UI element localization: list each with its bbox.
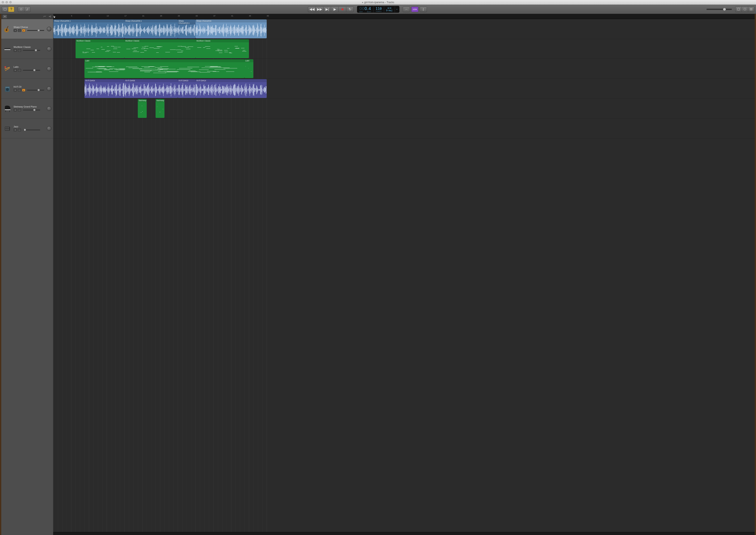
track-header[interactable]: Wurlitzer Classic ✕ 🎧 [1,39,53,59]
pan-knob[interactable] [47,126,51,131]
solo-button[interactable]: 🎧 [18,69,21,72]
main-toolbar: ? ◀◀ ▶▶ ▶| ▶ ↻ 000.4 BAR BEAT 110 [0,5,756,14]
region-label: Sharp Chorus#16 [196,19,267,22]
lcd-key[interactable]: D♭maj [386,9,393,12]
catch-playhead-icon[interactable] [48,14,52,18]
solo-button[interactable]: 🎧 [18,29,21,32]
library-button[interactable] [2,7,8,12]
lcd-position: 0.4 [365,6,371,11]
mute-button[interactable]: ✕ [14,109,17,112]
solo-button[interactable]: 🎧 [18,49,21,52]
region[interactable]: Latin [244,59,253,78]
horizontal-scrollbar[interactable] [53,532,755,535]
track-name-label: Sharp Chorus [14,26,44,28]
track-volume-slider[interactable] [27,30,44,31]
mute-button[interactable]: ✕ [14,128,17,131]
region[interactable]: Wurlitzer Classic [196,39,249,58]
record-button[interactable] [338,7,346,12]
lcd-tempo[interactable]: 110 [376,7,382,11]
track-header[interactable]: Hi-Fi DI ✕ 🎧 ● [1,79,53,99]
volume-thumb[interactable] [24,129,26,131]
minimize-window-button[interactable] [6,1,8,3]
region[interactable]: Hi-Fi DI#04 [84,79,125,98]
stop-button[interactable]: ▶| [323,7,331,12]
track-lane[interactable]: Hi-Fi DI#04Hi-Fi DI#08Hi-Fi DI#10Hi-Fi D… [53,79,755,99]
track-volume-slider[interactable] [23,50,40,51]
record-enable-button[interactable]: ● [22,29,25,32]
track-lanes[interactable]: Sharp Chorus#06.1Sharp Chorus#09.1Sharp … [53,19,755,532]
track-lane[interactable]: Sharp Chorus#06.1Sharp Chorus#09.1Sharp … [53,19,755,39]
track-header[interactable]: Latin ✕ 🎧 [1,59,53,79]
region[interactable]: Steinway [138,99,147,118]
volume-thumb[interactable] [35,49,37,51]
mute-button[interactable]: ✕ [14,69,17,72]
track-volume-slider[interactable] [23,110,40,110]
region[interactable]: Hi-Fi DI#14 [196,79,267,98]
svg-rect-28 [5,129,6,130]
volume-thumb[interactable] [38,29,40,32]
editors-button[interactable] [24,7,31,12]
mute-button[interactable]: ✕ [14,89,17,92]
pan-knob[interactable] [47,46,51,51]
track-header[interactable]: Jazz ✕ 🎧 [1,119,53,138]
master-volume-slider[interactable] [707,9,732,10]
region[interactable]: Steinway [155,99,164,118]
bar-ruler[interactable]: 15913172125293337414549 [53,14,755,19]
region[interactable]: Sharp Chorus#06.1 [53,19,125,38]
add-track-button[interactable]: + [3,14,7,18]
mute-button[interactable]: ✕ [14,49,17,52]
cycle-button[interactable]: ↻ [346,7,354,12]
region[interactable]: Latin [84,59,244,78]
pan-knob[interactable] [47,86,51,91]
lcd-timesig[interactable]: 4/4 [387,7,391,9]
loop-browser-button[interactable] [742,7,748,12]
region[interactable]: Wurlitzer Classic [125,39,196,58]
solo-button[interactable]: 🎧 [18,128,21,131]
volume-thumb[interactable] [38,89,40,91]
region[interactable]: Hi-Fi DI#08 [125,79,178,98]
volume-thumb[interactable] [33,69,36,71]
track-lane[interactable] [53,119,755,138]
region[interactable]: Sharp Chorus#09.1 [125,19,178,38]
master-volume-thumb[interactable] [723,8,726,11]
waveform-icon [196,22,267,38]
region[interactable]: Wurlitzer Classic [75,39,125,58]
automation-toggle-icon[interactable] [42,14,47,18]
track-lane[interactable]: LatinLatin [53,59,755,79]
lcd-menu-chevron-icon[interactable]: ▾ [395,6,399,13]
play-button[interactable]: ▶ [331,7,338,12]
pan-knob[interactable] [47,106,51,111]
lcd-display[interactable]: 000.4 BAR BEAT 110 TEMPO 4/4 D♭maj ▾ [357,6,399,13]
record-enable-button[interactable]: ● [22,89,25,92]
volume-thumb[interactable] [33,109,36,111]
zoom-window-button[interactable] [9,1,12,3]
track-lane[interactable]: Wurlitzer ClassicWurlitzer ClassicWurlit… [53,39,755,59]
track-volume-slider[interactable] [27,90,44,91]
mute-button[interactable]: ✕ [14,29,17,32]
region[interactable]: Sharp Chorus#13.1 [178,19,196,38]
pan-knob[interactable] [47,27,51,31]
track-volume-slider[interactable] [23,129,40,130]
smart-controls-button[interactable] [18,7,24,12]
region[interactable]: Sharp Chorus#16 [196,19,267,38]
track-header[interactable]: Sharp Chorus ✕ 🎧 ● [1,19,53,39]
track-lane[interactable]: SteinwaySteinway [53,99,755,119]
track-header[interactable]: Steinway Grand Piano ✕ 🎧 [1,99,53,119]
tuner-button[interactable] [403,7,410,12]
quick-help-button[interactable]: ? [8,7,14,12]
close-window-button[interactable] [2,1,4,3]
pan-knob[interactable] [47,67,51,71]
svg-rect-31 [9,129,9,130]
count-in-button[interactable]: 1234 [411,7,418,12]
solo-button[interactable]: 🎧 [18,109,21,112]
media-browser-button[interactable] [748,7,754,12]
solo-button[interactable]: 🎧 [18,89,21,92]
svg-line-13 [10,50,10,52]
region[interactable]: Hi-Fi DI#10 [178,79,196,98]
forward-button[interactable]: ▶▶ [316,7,323,12]
notepad-button[interactable] [735,7,742,12]
svg-rect-29 [6,129,7,130]
track-volume-slider[interactable] [23,70,40,71]
rewind-button[interactable]: ◀◀ [308,7,316,12]
metronome-button[interactable] [420,7,427,12]
